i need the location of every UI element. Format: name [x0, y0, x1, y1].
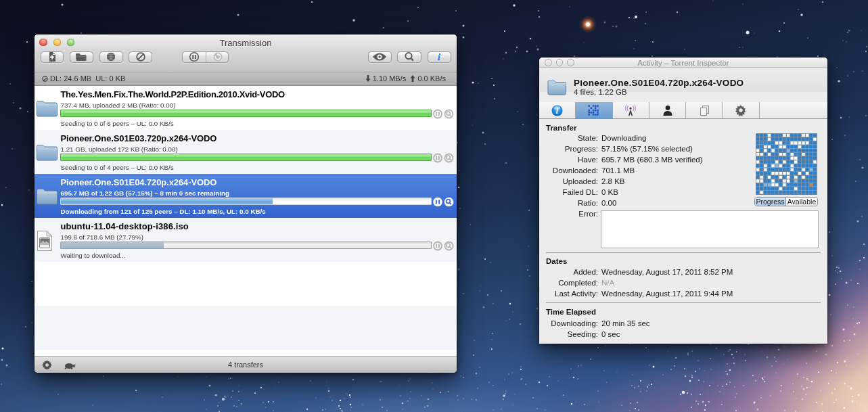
svg-text:i: i: [438, 51, 441, 62]
